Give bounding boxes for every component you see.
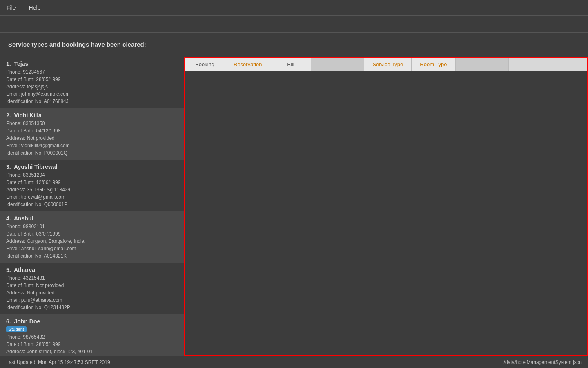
guest-dob: Date of Birth: 04/12/1998 — [6, 127, 178, 135]
tab-bill[interactable]: Bill — [270, 58, 311, 71]
guest-email: Email: vidhikill04@gmail.com — [6, 142, 178, 149]
guest-phone: Phone: 98765432 — [6, 333, 178, 341]
guest-email: Email: tibrewal@gmail.com — [6, 193, 178, 201]
guest-item[interactable]: 2. Vidhi KillaPhone: 83351350Date of Bir… — [0, 109, 184, 160]
guest-name: 3. Ayushi Tibrewal — [6, 164, 178, 170]
guest-item[interactable]: 3. Ayushi TibrewalPhone: 83351204Date of… — [0, 160, 184, 212]
guest-dob: Date of Birth: 03/07/1999 — [6, 230, 178, 238]
guest-id: Identification No: Q000001P — [6, 201, 178, 208]
tab-reservation[interactable]: Reservation — [225, 58, 270, 71]
guest-name: 5. Atharva — [6, 267, 178, 273]
data-path-label: ./data/hotelManagementSystem.json — [502, 359, 582, 365]
tab-room-type[interactable]: Room Type — [412, 58, 455, 71]
guest-dob: Date of Birth: Not provided — [6, 282, 178, 289]
guest-item[interactable]: 6. John DoeStudentPhone: 98765432Date of… — [0, 315, 184, 356]
guest-phone: Phone: 91234567 — [6, 68, 178, 76]
guest-dob: Date of Birth: 12/06/1999 — [6, 179, 178, 186]
tab-booking[interactable]: Booking — [185, 58, 225, 71]
tab-empty-3[interactable] — [311, 58, 364, 71]
guest-id: Identification No: A014321K — [6, 252, 178, 260]
menu-bar: File Help — [0, 0, 588, 16]
guest-email: Email: pulu@atharva.com — [6, 296, 178, 304]
guest-email: Email: johnny@example.com — [6, 90, 178, 98]
guest-list-panel: 1. TejasPhone: 91234567Date of Birth: 28… — [0, 57, 184, 356]
guest-phone: Phone: 98302101 — [6, 223, 178, 230]
status-message: Service types and bookings have been cle… — [8, 41, 146, 48]
menu-file[interactable]: File — [4, 3, 18, 13]
guest-address: Address: Not provided — [6, 289, 178, 296]
tabs-bar: BookingReservationBillService TypeRoom T… — [185, 58, 587, 71]
guest-name: 4. Anshul — [6, 215, 178, 222]
toolbar — [0, 16, 588, 33]
guest-dob: Date of Birth: 28/05/1999 — [6, 341, 178, 348]
guest-phone: Phone: 83351204 — [6, 171, 178, 179]
guest-name: 1. Tejas — [6, 61, 178, 67]
guest-badge: Student — [6, 326, 27, 332]
guest-address: Address: Gurgaon, Bangalore, India — [6, 238, 178, 245]
guest-dob: Date of Birth: 28/05/1999 — [6, 76, 178, 83]
guest-email: Email: anshul_sarin@gmail.com — [6, 245, 178, 252]
guest-item[interactable]: 1. TejasPhone: 91234567Date of Birth: 28… — [0, 57, 184, 109]
guest-item[interactable]: 5. AtharvaPhone: 43215431Date of Birth: … — [0, 263, 184, 315]
last-updated-label: Last Updated: Mon Apr 15 19:47:53 SRET 2… — [6, 359, 110, 365]
status-bar-top: Service types and bookings have been cle… — [0, 33, 588, 57]
guest-name: 2. Vidhi Killa — [6, 112, 178, 119]
guest-address: Address: 35, PGP Sg 118429 — [6, 186, 178, 193]
status-bar-bottom: Last Updated: Mon Apr 15 19:47:53 SRET 2… — [0, 356, 588, 368]
tab-content — [185, 71, 587, 355]
tab-empty-6[interactable] — [456, 58, 509, 71]
guest-phone: Phone: 83351350 — [6, 120, 178, 127]
main-content: 1. TejasPhone: 91234567Date of Birth: 28… — [0, 57, 588, 356]
tab-service-type[interactable]: Service Type — [364, 58, 412, 71]
menu-help[interactable]: Help — [27, 3, 43, 13]
guest-name: 6. John Doe — [6, 318, 178, 325]
guest-phone: Phone: 43215431 — [6, 274, 178, 282]
right-panel: BookingReservationBillService TypeRoom T… — [184, 57, 588, 356]
guest-address: Address: Not provided — [6, 135, 178, 142]
guest-address: Address: John street, block 123, #01-01 — [6, 348, 178, 355]
guest-id: Identification No: Q1231432P — [6, 304, 178, 311]
guest-id: Identification No: A0176884J — [6, 98, 178, 105]
guest-item[interactable]: 4. AnshulPhone: 98302101Date of Birth: 0… — [0, 212, 184, 263]
guest-id: Identification No: P000001Q — [6, 149, 178, 157]
guest-address: Address: tejasjsjsjs — [6, 83, 178, 90]
